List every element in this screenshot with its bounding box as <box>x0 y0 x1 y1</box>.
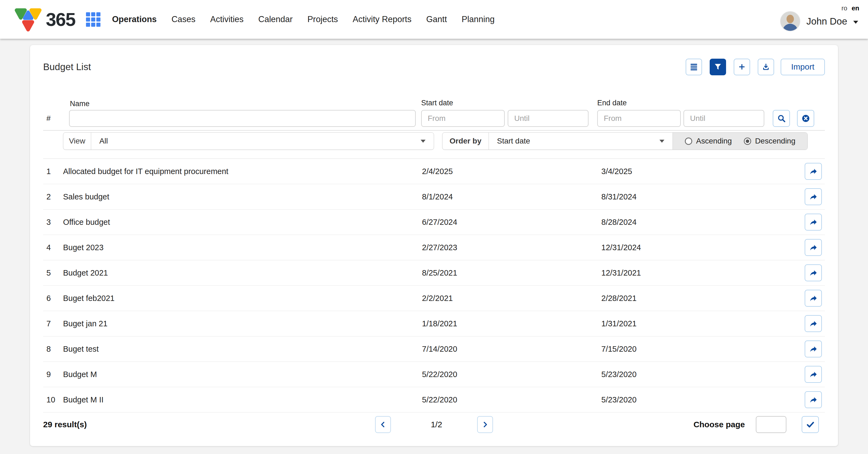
ascending-radio[interactable]: Ascending <box>685 137 732 145</box>
row-number: 6 <box>43 294 63 303</box>
forward-icon <box>809 218 818 226</box>
start-date-from-input[interactable] <box>421 110 505 127</box>
start-date-value: 8/1/2024 <box>422 192 601 201</box>
row-number: 10 <box>43 395 63 404</box>
results-count: 29 result(s) <box>43 416 87 433</box>
end-date-value: 1/31/2021 <box>601 319 805 328</box>
forward-icon <box>809 294 818 302</box>
start-date-value: 5/22/2020 <box>422 395 601 404</box>
nav-item-gantt[interactable]: Gantt <box>426 14 447 24</box>
table-row: 4Buget 20232/27/202312/31/2024 <box>43 235 825 260</box>
name-filter-input[interactable] <box>69 110 416 127</box>
table-row: 7Buget jan 211/18/20211/31/2021 <box>43 311 825 336</box>
forward-icon <box>809 319 818 328</box>
forward-icon <box>809 243 818 252</box>
start-date-value: 5/22/2020 <box>422 370 601 379</box>
start-date-until-input[interactable] <box>508 110 588 127</box>
choose-page-input[interactable] <box>756 416 786 433</box>
order-by-caret-icon <box>659 140 664 143</box>
nav-item-planning[interactable]: Planning <box>462 14 495 24</box>
row-number: 5 <box>43 268 63 278</box>
budget-name: Budget M <box>63 370 422 379</box>
go-to-page-button[interactable] <box>802 416 819 433</box>
view-label: View <box>63 133 91 150</box>
open-budget-button[interactable] <box>805 264 822 281</box>
order-by-selected-value: Start date <box>497 137 530 145</box>
list-view-icon <box>689 63 698 71</box>
start-date-value: 2/27/2023 <box>422 243 601 252</box>
table-row: 2Sales budget8/1/20248/31/2024 <box>43 184 825 209</box>
end-date-value: 5/23/2020 <box>601 370 805 379</box>
forward-icon <box>809 370 818 379</box>
descending-radio[interactable]: Descending <box>744 137 796 145</box>
next-page-button[interactable] <box>477 416 493 433</box>
end-date-value: 8/31/2024 <box>601 192 805 201</box>
lang-en[interactable]: en <box>851 4 859 12</box>
clear-filters-button[interactable] <box>797 110 814 127</box>
start-date-value: 2/2/2021 <box>422 294 601 303</box>
view-select[interactable]: All <box>91 133 434 150</box>
end-date-value: 12/31/2024 <box>601 243 805 252</box>
end-date-value: 7/15/2020 <box>601 345 805 354</box>
user-menu[interactable]: John Doe <box>780 11 858 31</box>
start-date-value: 7/14/2020 <box>422 345 601 354</box>
import-button[interactable]: Import <box>781 59 825 75</box>
budget-name: Buget 2023 <box>63 243 422 252</box>
open-budget-button[interactable] <box>805 163 822 180</box>
start-date-value: 8/25/2021 <box>422 268 601 278</box>
nav-item-projects[interactable]: Projects <box>307 14 338 24</box>
open-budget-button[interactable] <box>805 391 822 408</box>
open-budget-button[interactable] <box>805 239 822 256</box>
end-date-until-input[interactable] <box>683 110 764 127</box>
nav-item-calendar[interactable]: Calendar <box>258 14 292 24</box>
toolbar: Import <box>686 59 825 75</box>
order-by-select[interactable]: Start date <box>489 133 673 150</box>
nav-item-operations[interactable]: Operations <box>112 14 157 24</box>
open-budget-button[interactable] <box>805 366 822 383</box>
start-date-value: 2/4/2025 <box>422 167 601 176</box>
end-date-filter-label: End date <box>597 99 627 107</box>
row-number: 2 <box>43 192 63 201</box>
list-view-button[interactable] <box>686 59 702 75</box>
row-number: 3 <box>43 218 63 227</box>
previous-page-button[interactable] <box>375 416 391 433</box>
table-row: 9Budget M5/22/20205/23/2020 <box>43 362 825 387</box>
ascending-radio-icon <box>685 137 692 145</box>
add-button[interactable] <box>734 59 750 75</box>
lang-ro[interactable]: ro <box>841 4 847 12</box>
open-budget-button[interactable] <box>805 340 822 357</box>
sort-direction-group: Ascending Descending <box>673 133 807 150</box>
start-date-filter-label: Start date <box>421 99 453 107</box>
start-date-value: 1/18/2021 <box>422 319 601 328</box>
end-date-value: 3/4/2025 <box>601 167 805 176</box>
download-button[interactable] <box>758 59 774 75</box>
order-by-label: Order by <box>442 133 489 150</box>
end-date-from-input[interactable] <box>597 110 681 127</box>
table-row: 5Budget 20218/25/202112/31/2021 <box>43 260 825 286</box>
search-button[interactable] <box>773 110 790 127</box>
user-menu-caret-icon <box>853 21 858 24</box>
view-selected-value: All <box>99 137 108 145</box>
table-row: 8Buget test7/14/20207/15/2020 <box>43 336 825 362</box>
open-budget-button[interactable] <box>805 290 822 307</box>
main-nav: OperationsCasesActivitiesCalendarProject… <box>112 14 494 24</box>
download-icon <box>762 63 770 71</box>
budget-name: Office budget <box>63 218 422 227</box>
filter-button[interactable] <box>710 59 726 75</box>
nav-item-activity-reports[interactable]: Activity Reports <box>353 14 411 24</box>
open-budget-button[interactable] <box>805 214 822 231</box>
view-caret-icon <box>421 140 426 143</box>
chevron-right-icon <box>481 420 489 429</box>
open-budget-button[interactable] <box>805 188 822 205</box>
budget-name: Sales budget <box>63 192 422 201</box>
table-row: 6Buget feb20212/2/20212/28/2021 <box>43 286 825 311</box>
apps-grid-icon[interactable] <box>86 12 100 27</box>
clear-icon <box>801 114 810 123</box>
add-icon <box>738 63 746 71</box>
nav-item-activities[interactable]: Activities <box>210 14 244 24</box>
budget-rows: 1Allocated budget for IT equipment procu… <box>43 159 825 413</box>
open-budget-button[interactable] <box>805 315 822 332</box>
nav-item-cases[interactable]: Cases <box>172 14 195 24</box>
budget-name: Allocated budget for IT equipment procur… <box>63 167 422 176</box>
view-group: View All <box>63 132 434 150</box>
